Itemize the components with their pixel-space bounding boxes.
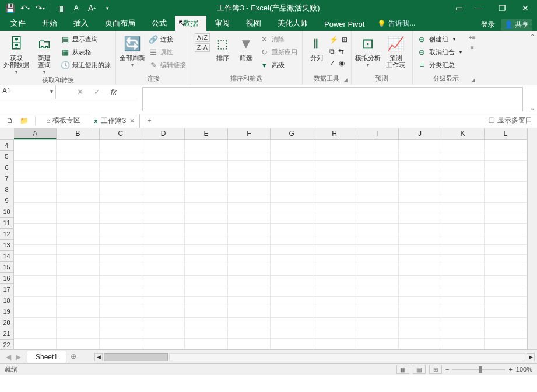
cell[interactable] [313, 307, 356, 318]
cell[interactable] [399, 339, 441, 349]
collapse-ribbon-icon[interactable]: ⌃ [530, 33, 535, 40]
column-header[interactable]: E [185, 128, 227, 139]
cell[interactable] [356, 214, 399, 224]
cell[interactable] [485, 192, 527, 203]
tab-home[interactable]: 开始 [34, 16, 65, 31]
cell[interactable] [57, 203, 99, 214]
cell[interactable] [228, 265, 271, 276]
group-button[interactable]: ⊕创建组 ▾ [416, 33, 463, 45]
row-header[interactable]: 16 [0, 273, 13, 284]
cell[interactable] [142, 265, 185, 276]
cell[interactable] [100, 245, 142, 256]
cell[interactable] [399, 307, 441, 318]
whatif-button[interactable]: ⊡ 模拟分析 ▾ [355, 33, 381, 68]
cell[interactable] [399, 235, 441, 245]
cell[interactable] [14, 224, 57, 235]
row-header[interactable]: 9 [0, 195, 13, 206]
chevron-down-icon[interactable]: ▾ [50, 88, 53, 94]
cell[interactable] [356, 203, 399, 214]
row-header[interactable]: 20 [0, 317, 13, 328]
row-header[interactable]: 8 [0, 184, 13, 195]
tab-page-layout[interactable]: 页面布局 [97, 16, 143, 31]
column-header[interactable]: H [313, 128, 356, 139]
cell[interactable] [356, 224, 399, 235]
cell[interactable] [14, 192, 57, 203]
cell[interactable] [271, 192, 313, 203]
cell[interactable] [356, 150, 399, 161]
cell[interactable] [485, 318, 527, 328]
open-folder-icon[interactable]: 📁 [19, 116, 29, 126]
edit-links-button[interactable]: ✎编辑链接 [148, 59, 187, 71]
cell[interactable] [142, 339, 185, 349]
cell[interactable] [313, 339, 356, 349]
cell[interactable] [356, 265, 399, 276]
cell[interactable] [485, 224, 527, 235]
cell[interactable] [271, 140, 313, 150]
cell[interactable] [142, 192, 185, 203]
cell[interactable] [185, 255, 227, 265]
cell[interactable] [57, 214, 99, 224]
cell[interactable] [185, 150, 227, 161]
cell[interactable] [313, 235, 356, 245]
zoom-in-button[interactable]: + [508, 366, 512, 373]
cell[interactable] [185, 328, 227, 339]
cell[interactable] [142, 318, 185, 328]
cell[interactable] [57, 307, 99, 318]
row-header[interactable]: 6 [0, 162, 13, 173]
cell[interactable] [14, 255, 57, 265]
close-button[interactable]: ✕ [514, 0, 537, 16]
cell[interactable] [399, 203, 441, 214]
cell[interactable] [485, 297, 527, 307]
cell[interactable] [441, 235, 484, 245]
cell[interactable] [185, 318, 227, 328]
cell[interactable] [57, 276, 99, 286]
cell[interactable] [313, 276, 356, 286]
cell[interactable] [57, 265, 99, 276]
cell[interactable] [356, 297, 399, 307]
tab-beautify[interactable]: 美化大师 [269, 16, 316, 31]
tell-me[interactable]: 💡告诉我... [377, 16, 415, 31]
cell[interactable] [441, 203, 484, 214]
cell[interactable] [313, 203, 356, 214]
cell[interactable] [271, 203, 313, 214]
restore-button[interactable]: ❐ [490, 0, 514, 16]
get-external-data-button[interactable]: 🗄 获取 外部数据 ▾ [3, 33, 29, 75]
cell[interactable] [271, 297, 313, 307]
cell[interactable] [185, 265, 227, 276]
cell[interactable] [271, 318, 313, 328]
remove-dup-icon[interactable]: ⧉ [329, 47, 335, 55]
cell[interactable] [100, 203, 142, 214]
cell[interactable] [441, 245, 484, 256]
cell[interactable] [142, 161, 185, 172]
cell[interactable] [185, 297, 227, 307]
cell[interactable] [441, 214, 484, 224]
cell[interactable] [441, 182, 484, 192]
hide-detail-icon[interactable]: -≡ [469, 44, 476, 51]
cell[interactable] [399, 286, 441, 297]
column-header[interactable]: G [271, 128, 313, 139]
cell[interactable] [399, 297, 441, 307]
cell[interactable] [185, 140, 227, 150]
cell[interactable] [185, 203, 227, 214]
cell[interactable] [399, 214, 441, 224]
cell[interactable] [14, 265, 57, 276]
scroll-left-icon[interactable]: ◀ [94, 353, 103, 361]
cell[interactable] [14, 318, 57, 328]
cell[interactable] [441, 265, 484, 276]
cell[interactable] [441, 318, 484, 328]
cell[interactable] [185, 172, 227, 182]
relationships-icon[interactable]: ⇆ [338, 47, 344, 55]
cell[interactable] [356, 192, 399, 203]
cell[interactable] [100, 307, 142, 318]
consolidate-icon[interactable]: ⊞ [342, 36, 348, 44]
page-break-button[interactable]: ⊞ [429, 365, 442, 374]
cell[interactable] [399, 318, 441, 328]
cell[interactable] [313, 182, 356, 192]
cell[interactable] [100, 172, 142, 182]
cell[interactable] [228, 235, 271, 245]
show-detail-icon[interactable]: +≡ [469, 34, 476, 41]
close-tab-icon[interactable]: ✕ [129, 117, 135, 125]
cell[interactable] [185, 339, 227, 349]
row-header[interactable]: 5 [0, 151, 13, 162]
cell[interactable] [485, 265, 527, 276]
